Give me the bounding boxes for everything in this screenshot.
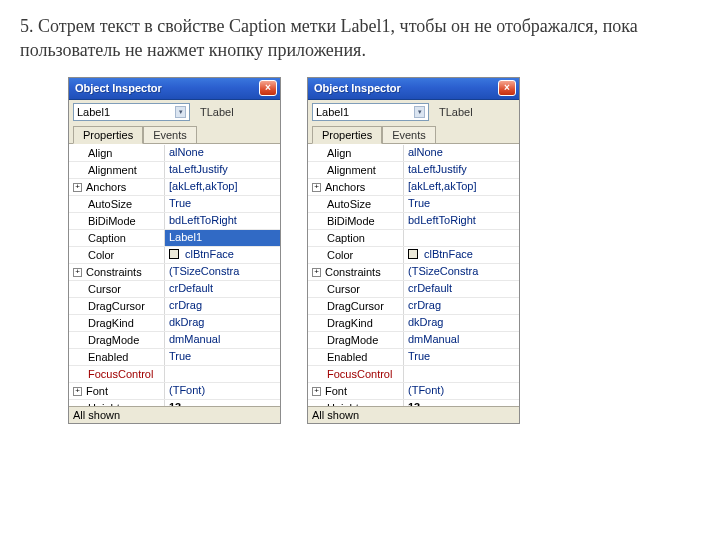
property-name[interactable]: Caption [308, 230, 404, 246]
property-value[interactable]: (TSizeConstra [404, 264, 519, 280]
property-value[interactable]: dmManual [404, 332, 519, 348]
property-row[interactable]: +Anchors[akLeft,akTop] [69, 179, 280, 196]
property-value[interactable]: alNone [165, 145, 280, 161]
tab-properties[interactable]: Properties [312, 126, 382, 144]
titlebar[interactable]: Object Inspector × [69, 78, 280, 100]
property-row[interactable]: EnabledTrue [308, 349, 519, 366]
property-name[interactable]: Enabled [69, 349, 165, 365]
property-name[interactable]: Enabled [308, 349, 404, 365]
property-value[interactable]: [akLeft,akTop] [404, 179, 519, 195]
property-row[interactable]: +Constraints(TSizeConstra [308, 264, 519, 281]
property-row[interactable]: DragCursorcrDrag [69, 298, 280, 315]
chevron-down-icon[interactable]: ▾ [175, 106, 186, 118]
property-row[interactable]: Caption [308, 230, 519, 247]
property-row[interactable]: Height13 [69, 400, 280, 406]
object-combo[interactable]: Label1 ▾ [312, 103, 429, 121]
object-combo[interactable]: Label1 ▾ [73, 103, 190, 121]
tab-events[interactable]: Events [143, 126, 197, 143]
property-value[interactable] [404, 366, 519, 382]
property-name[interactable]: Cursor [69, 281, 165, 297]
expand-icon[interactable]: + [312, 268, 321, 277]
property-name[interactable]: Alignment [308, 162, 404, 178]
property-row[interactable]: DragModedmManual [69, 332, 280, 349]
property-name[interactable]: DragCursor [69, 298, 165, 314]
titlebar[interactable]: Object Inspector × [308, 78, 519, 100]
property-row[interactable]: ColorclBtnFace [308, 247, 519, 264]
expand-icon[interactable]: + [73, 387, 82, 396]
property-name[interactable]: Height [308, 400, 404, 406]
property-name[interactable]: DragCursor [308, 298, 404, 314]
expand-icon[interactable]: + [73, 268, 82, 277]
property-value[interactable]: clBtnFace [404, 247, 519, 263]
property-value[interactable]: crDefault [165, 281, 280, 297]
property-value[interactable]: taLeftJustify [404, 162, 519, 178]
property-row[interactable]: BiDiModebdLeftToRight [308, 213, 519, 230]
property-name[interactable]: AutoSize [308, 196, 404, 212]
property-value[interactable]: crDefault [404, 281, 519, 297]
property-name[interactable]: Caption [69, 230, 165, 246]
expand-icon[interactable]: + [312, 183, 321, 192]
property-value[interactable]: True [165, 196, 280, 212]
property-value[interactable]: Label1 [165, 230, 280, 246]
property-value[interactable]: 13 [165, 400, 280, 406]
property-row[interactable]: ColorclBtnFace [69, 247, 280, 264]
chevron-down-icon[interactable]: ▾ [414, 106, 425, 118]
property-row[interactable]: DragCursorcrDrag [308, 298, 519, 315]
property-row[interactable]: Height13 [308, 400, 519, 406]
property-name[interactable]: Alignment [69, 162, 165, 178]
property-row[interactable]: BiDiModebdLeftToRight [69, 213, 280, 230]
property-value[interactable]: dmManual [165, 332, 280, 348]
tab-properties[interactable]: Properties [73, 126, 143, 144]
property-value[interactable]: crDrag [165, 298, 280, 314]
property-row[interactable]: AlignalNone [69, 145, 280, 162]
property-value[interactable]: True [165, 349, 280, 365]
property-name[interactable]: DragKind [69, 315, 165, 331]
property-row[interactable]: FocusControl [308, 366, 519, 383]
property-value[interactable]: clBtnFace [165, 247, 280, 263]
property-value[interactable]: alNone [404, 145, 519, 161]
property-value[interactable]: True [404, 349, 519, 365]
property-name[interactable]: +Anchors [69, 179, 165, 195]
property-row[interactable]: AutoSizeTrue [69, 196, 280, 213]
property-row[interactable]: DragKinddkDrag [69, 315, 280, 332]
property-row[interactable]: AutoSizeTrue [308, 196, 519, 213]
property-value[interactable]: bdLeftToRight [165, 213, 280, 229]
property-value[interactable]: (TFont) [404, 383, 519, 399]
property-value[interactable]: 13 [404, 400, 519, 406]
property-value[interactable] [404, 230, 519, 246]
property-row[interactable]: CursorcrDefault [69, 281, 280, 298]
property-row[interactable]: CursorcrDefault [308, 281, 519, 298]
property-name[interactable]: +Anchors [308, 179, 404, 195]
property-value[interactable]: dkDrag [404, 315, 519, 331]
property-grid[interactable]: AlignalNoneAlignmenttaLeftJustify+Anchor… [308, 144, 519, 406]
property-name[interactable]: DragMode [308, 332, 404, 348]
property-row[interactable]: EnabledTrue [69, 349, 280, 366]
property-row[interactable]: +Anchors[akLeft,akTop] [308, 179, 519, 196]
property-name[interactable]: FocusControl [69, 366, 165, 382]
property-value[interactable]: (TFont) [165, 383, 280, 399]
property-name[interactable]: AutoSize [69, 196, 165, 212]
property-name[interactable]: Color [69, 247, 165, 263]
property-value[interactable]: dkDrag [165, 315, 280, 331]
property-name[interactable]: Cursor [308, 281, 404, 297]
expand-icon[interactable]: + [312, 387, 321, 396]
property-name[interactable]: Color [308, 247, 404, 263]
property-name[interactable]: FocusControl [308, 366, 404, 382]
expand-icon[interactable]: + [73, 183, 82, 192]
property-row[interactable]: AlignmenttaLeftJustify [308, 162, 519, 179]
property-name[interactable]: DragKind [308, 315, 404, 331]
property-name[interactable]: +Font [308, 383, 404, 399]
property-row[interactable]: +Font(TFont) [308, 383, 519, 400]
tab-events[interactable]: Events [382, 126, 436, 143]
property-name[interactable]: +Constraints [308, 264, 404, 280]
property-name[interactable]: BiDiMode [69, 213, 165, 229]
property-grid[interactable]: AlignalNoneAlignmenttaLeftJustify+Anchor… [69, 144, 280, 406]
property-value[interactable]: crDrag [404, 298, 519, 314]
property-value[interactable]: bdLeftToRight [404, 213, 519, 229]
property-row[interactable]: AlignalNone [308, 145, 519, 162]
property-name[interactable]: Height [69, 400, 165, 406]
property-row[interactable]: FocusControl [69, 366, 280, 383]
property-row[interactable]: AlignmenttaLeftJustify [69, 162, 280, 179]
property-value[interactable]: (TSizeConstra [165, 264, 280, 280]
property-row[interactable]: +Constraints(TSizeConstra [69, 264, 280, 281]
